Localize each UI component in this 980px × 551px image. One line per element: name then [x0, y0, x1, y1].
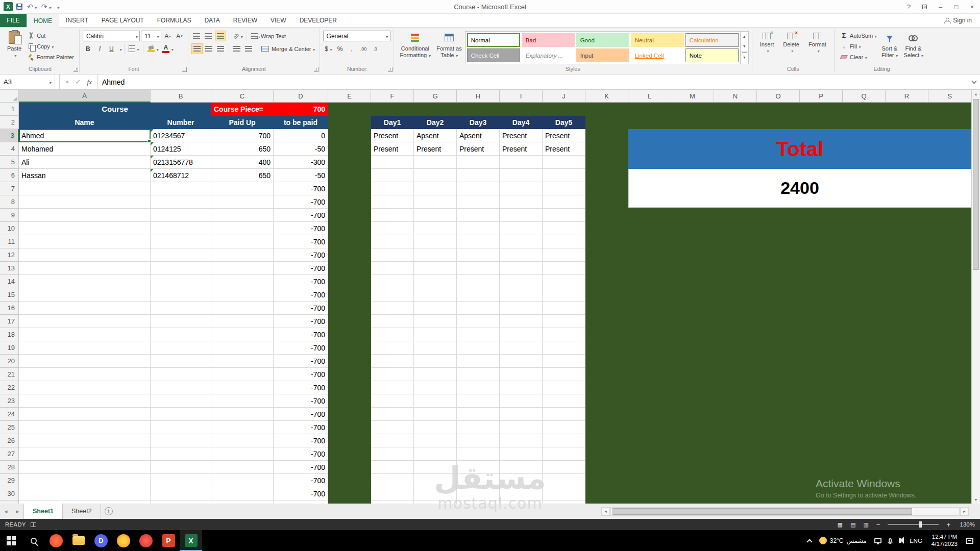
cell-D10[interactable]: -700 [274, 222, 328, 235]
cell-A1[interactable]: Course [19, 103, 211, 116]
cell-R2[interactable] [886, 116, 928, 129]
cell-B28[interactable] [151, 461, 211, 474]
row-header-6[interactable]: 6 [0, 169, 19, 182]
scroll-left-icon[interactable]: ◄ [601, 507, 610, 516]
underline-dropdown-icon[interactable] [118, 45, 121, 53]
cell-H17[interactable] [457, 315, 500, 328]
cell-R31[interactable] [886, 500, 928, 504]
grow-font-button[interactable]: A [162, 31, 173, 41]
cell-Q23[interactable] [843, 394, 886, 408]
cell-D26[interactable]: -700 [274, 434, 328, 447]
row-header-7[interactable]: 7 [0, 182, 19, 195]
tab-review[interactable]: REVIEW [227, 14, 264, 27]
cell-G11[interactable] [414, 235, 457, 248]
zoom-out-icon[interactable]: − [875, 521, 882, 529]
cell-I26[interactable] [500, 434, 543, 447]
cell-D2[interactable]: to be paid [274, 116, 328, 129]
cell-K11[interactable] [585, 235, 628, 248]
page-break-view-icon[interactable]: ▥ [862, 521, 870, 528]
middle-align-button[interactable] [203, 31, 214, 41]
cell-B3[interactable]: 01234567 [151, 129, 211, 142]
cell-S10[interactable] [928, 222, 971, 235]
cell-C14[interactable] [211, 275, 274, 288]
cell-G31[interactable] [414, 500, 457, 504]
cell-K8[interactable] [585, 195, 628, 209]
row-header-29[interactable]: 29 [0, 474, 19, 487]
font-size-select[interactable]: 11 [141, 31, 161, 41]
cell-H30[interactable] [457, 487, 500, 500]
font-color-button[interactable]: A [161, 43, 175, 54]
cell-N21[interactable] [714, 368, 757, 381]
cell-M16[interactable] [671, 302, 714, 315]
cell-N22[interactable] [714, 381, 757, 394]
cell-L28[interactable] [628, 461, 671, 474]
cell-H3[interactable]: Apsent [457, 129, 500, 142]
cell-E3[interactable] [328, 129, 371, 142]
cell-L1[interactable] [628, 103, 671, 116]
cell-F27[interactable] [371, 447, 414, 461]
cell-K14[interactable] [585, 275, 628, 288]
cell-J24[interactable] [543, 408, 585, 421]
cell-K4[interactable] [585, 142, 628, 156]
font-dialog-launcher-icon[interactable] [182, 67, 187, 72]
cell-I18[interactable] [500, 328, 543, 341]
cell-P2[interactable] [800, 116, 843, 129]
zoom-slider[interactable] [888, 524, 939, 525]
cell-I3[interactable]: Present [500, 129, 543, 142]
cell-F22[interactable] [371, 381, 414, 394]
cell-A22[interactable] [19, 381, 151, 394]
cell-E8[interactable] [328, 195, 371, 209]
cell-B16[interactable] [151, 302, 211, 315]
cell-D1[interactable]: 700 [274, 103, 328, 116]
cell-G22[interactable] [414, 381, 457, 394]
cell-E28[interactable] [328, 461, 371, 474]
cell-K10[interactable] [585, 222, 628, 235]
cell-G16[interactable] [414, 302, 457, 315]
cell-J4[interactable]: Present [543, 142, 585, 156]
cell-J6[interactable] [543, 169, 585, 182]
cell-G18[interactable] [414, 328, 457, 341]
cell-B10[interactable] [151, 222, 211, 235]
cell-B19[interactable] [151, 341, 211, 355]
bottom-align-button[interactable] [215, 31, 226, 41]
cell-O26[interactable] [757, 434, 800, 447]
clock[interactable]: 12:47 PM 4/17/2023 [927, 534, 962, 547]
zoom-in-icon[interactable]: + [945, 521, 952, 529]
cell-I16[interactable] [500, 302, 543, 315]
clipboard-dialog-launcher-icon[interactable] [74, 67, 78, 72]
column-header-I[interactable]: I [500, 90, 543, 103]
cell-A30[interactable] [19, 487, 151, 500]
row-header-1[interactable]: 1 [0, 103, 19, 116]
cell-J17[interactable] [543, 315, 585, 328]
cell-R26[interactable] [886, 434, 928, 447]
tab-formulas[interactable]: FORMULAS [151, 14, 198, 27]
cell-S30[interactable] [928, 487, 971, 500]
cell-O21[interactable] [757, 368, 800, 381]
cell-A3[interactable]: Ahmed [19, 129, 151, 142]
row-header-27[interactable]: 27 [0, 447, 19, 461]
undo-button[interactable]: ↶ [26, 1, 38, 12]
cell-D9[interactable]: -700 [274, 209, 328, 222]
cell-R10[interactable] [886, 222, 928, 235]
cell-O2[interactable] [757, 116, 800, 129]
cell-C12[interactable] [211, 248, 274, 262]
cell-O10[interactable] [757, 222, 800, 235]
cell-H26[interactable] [457, 434, 500, 447]
cell-H11[interactable] [457, 235, 500, 248]
cell-N15[interactable] [714, 288, 757, 302]
cell-R24[interactable] [886, 408, 928, 421]
maximize-icon[interactable]: □ [948, 0, 964, 13]
cell-M9[interactable] [671, 209, 714, 222]
cell-K30[interactable] [585, 487, 628, 500]
name-box-resizer[interactable] [55, 74, 60, 89]
cell-J3[interactable]: Present [543, 129, 585, 142]
merge-center-dropdown-icon[interactable] [311, 45, 315, 53]
cell-C13[interactable] [211, 262, 274, 275]
font-color-dropdown-icon[interactable] [169, 45, 173, 53]
cell-F19[interactable] [371, 341, 414, 355]
column-header-E[interactable]: E [328, 90, 371, 103]
column-header-D[interactable]: D [274, 90, 328, 103]
cell-C18[interactable] [211, 328, 274, 341]
cell-E1[interactable] [328, 103, 371, 116]
cell-S31[interactable] [928, 500, 971, 504]
